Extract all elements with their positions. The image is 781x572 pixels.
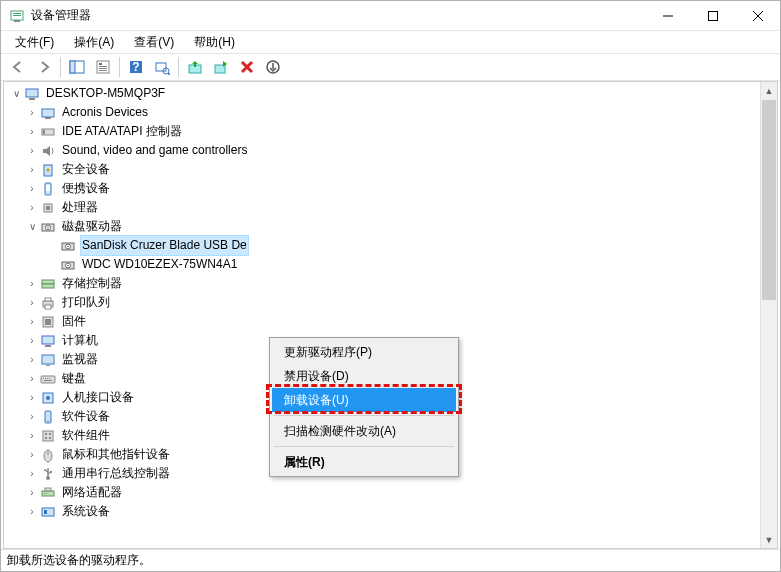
tree-expander[interactable]: › — [24, 122, 40, 141]
context-menu-item[interactable]: 卸载设备(U) — [272, 388, 456, 412]
tree-category[interactable]: ›打印队列 — [4, 293, 777, 312]
tree-expander[interactable]: ∨ — [24, 217, 40, 236]
context-menu-item[interactable]: 更新驱动程序(P) — [272, 340, 456, 364]
vertical-scrollbar[interactable]: ▲ ▼ — [760, 82, 777, 548]
tree-expander[interactable]: › — [24, 426, 40, 445]
menu-file[interactable]: 文件(F) — [7, 32, 62, 53]
tree-category[interactable]: ›处理器 — [4, 198, 777, 217]
tree-expander[interactable]: › — [24, 350, 40, 369]
tree-device[interactable]: SanDisk Cruzer Blade USB De — [4, 236, 777, 255]
svg-point-74 — [44, 469, 46, 471]
tree-category[interactable]: ›便携设备 — [4, 179, 777, 198]
scroll-down-button[interactable]: ▼ — [761, 531, 777, 548]
scroll-up-button[interactable]: ▲ — [761, 82, 777, 99]
context-menu-item[interactable]: 禁用设备(D) — [272, 364, 456, 388]
tree-expander[interactable]: › — [24, 445, 40, 464]
storage-icon — [40, 276, 56, 292]
tree-expander[interactable]: ∨ — [8, 84, 24, 103]
svg-rect-67 — [49, 433, 51, 435]
system-icon — [40, 504, 56, 520]
tree-expander[interactable]: › — [24, 483, 40, 502]
device-tree[interactable]: ∨DESKTOP-M5MQP3F›Acronis Devices›IDE ATA… — [4, 82, 777, 548]
tree-expander[interactable]: › — [24, 388, 40, 407]
tree-category[interactable]: ›系统设备 — [4, 502, 777, 521]
properties-button[interactable] — [91, 55, 115, 79]
scrollbar-thumb[interactable] — [762, 100, 776, 300]
disk-icon — [60, 257, 76, 273]
tree-node-label: 安全设备 — [60, 160, 112, 179]
tree-expander[interactable]: › — [24, 179, 40, 198]
svg-rect-13 — [99, 68, 107, 69]
tree-node-label: 系统设备 — [60, 502, 112, 521]
svg-rect-57 — [45, 378, 46, 379]
svg-rect-66 — [45, 433, 47, 435]
disk-icon — [60, 238, 76, 254]
enable-device-button[interactable] — [209, 55, 233, 79]
tree-expander[interactable]: › — [24, 293, 40, 312]
help-button[interactable]: ? — [124, 55, 148, 79]
tree-category[interactable]: ›IDE ATA/ATAPI 控制器 — [4, 122, 777, 141]
svg-rect-2 — [13, 15, 21, 16]
tree-category[interactable]: ›安全设备 — [4, 160, 777, 179]
uninstall-device-button[interactable] — [235, 55, 259, 79]
keyboard-icon — [40, 371, 56, 387]
tree-device[interactable]: WDC WD10EZEX-75WN4A1 — [4, 255, 777, 274]
svg-rect-68 — [45, 437, 47, 439]
tree-expander[interactable]: › — [24, 464, 40, 483]
svg-rect-50 — [45, 319, 51, 325]
tree-expander[interactable]: › — [24, 502, 40, 521]
acronis-icon — [40, 105, 56, 121]
svg-rect-58 — [47, 378, 48, 379]
tree-category[interactable]: ›固件 — [4, 312, 777, 331]
tree-expander[interactable]: › — [24, 141, 40, 160]
svg-rect-5 — [708, 11, 717, 20]
tree-category[interactable]: ∨磁盘驱动器 — [4, 217, 777, 236]
tree-expander[interactable]: › — [24, 312, 40, 331]
firmware-icon — [40, 314, 56, 330]
tree-root[interactable]: ∨DESKTOP-M5MQP3F — [4, 84, 777, 103]
svg-rect-44 — [42, 280, 54, 284]
menu-view[interactable]: 查看(V) — [126, 32, 182, 53]
context-menu-item[interactable]: 扫描检测硬件改动(A) — [272, 419, 456, 443]
tree-node-label: 监视器 — [60, 350, 100, 369]
svg-point-37 — [47, 226, 49, 228]
close-button[interactable] — [735, 1, 780, 30]
scan-hardware-button[interactable] — [150, 55, 174, 79]
show-hide-tree-button[interactable] — [65, 55, 89, 79]
svg-rect-52 — [45, 345, 51, 347]
tree-expander[interactable]: › — [24, 198, 40, 217]
tree-expander[interactable]: › — [24, 407, 40, 426]
disable-device-button[interactable] — [261, 55, 285, 79]
tree-category[interactable]: ›Acronis Devices — [4, 103, 777, 122]
tree-expander[interactable]: › — [24, 160, 40, 179]
tree-expander[interactable]: › — [24, 331, 40, 350]
maximize-button[interactable] — [690, 1, 735, 30]
context-menu-separator — [274, 446, 454, 447]
tree-expander[interactable]: › — [24, 369, 40, 388]
mouse-icon — [40, 447, 56, 463]
tree-category[interactable]: ›Sound, video and game controllers — [4, 141, 777, 160]
tree-node-label: 固件 — [60, 312, 88, 331]
minimize-button[interactable] — [645, 1, 690, 30]
tree-node-label: 人机接口设备 — [60, 388, 136, 407]
svg-point-43 — [67, 264, 69, 266]
tree-node-label: 便携设备 — [60, 179, 112, 198]
context-menu-item[interactable]: 属性(R) — [272, 450, 456, 474]
tree-category[interactable]: ›网络适配器 — [4, 483, 777, 502]
tree-expander[interactable]: › — [24, 274, 40, 293]
back-button[interactable] — [6, 55, 30, 79]
menu-action[interactable]: 操作(A) — [66, 32, 122, 53]
menu-help[interactable]: 帮助(H) — [186, 32, 243, 53]
svg-rect-45 — [42, 284, 54, 288]
svg-point-40 — [67, 245, 69, 247]
status-text: 卸载所选设备的驱动程序。 — [7, 552, 151, 569]
printer-icon — [40, 295, 56, 311]
forward-button[interactable] — [32, 55, 56, 79]
update-driver-button[interactable] — [183, 55, 207, 79]
tree-category[interactable]: ›存储控制器 — [4, 274, 777, 293]
tree-node-label: IDE ATA/ATAPI 控制器 — [60, 122, 184, 141]
svg-rect-9 — [70, 61, 75, 73]
tree-expander[interactable]: › — [24, 103, 40, 122]
svg-rect-51 — [42, 336, 54, 344]
svg-rect-3 — [14, 20, 20, 22]
